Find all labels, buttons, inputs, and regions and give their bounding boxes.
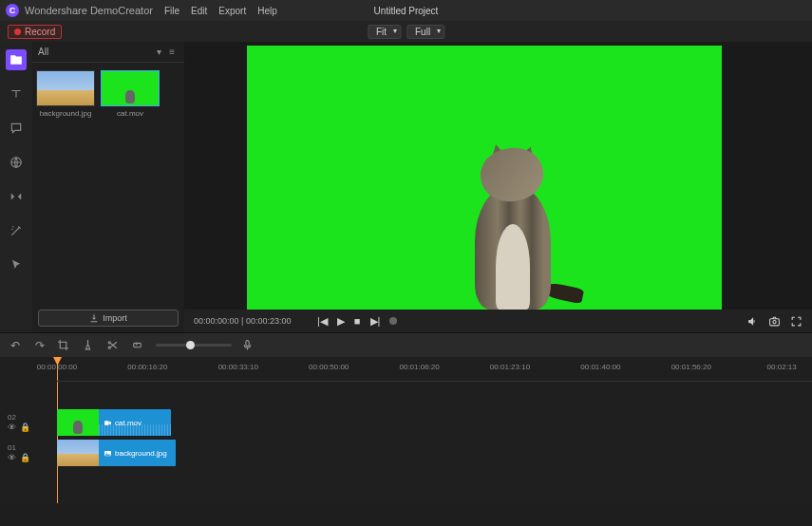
import-icon [89,313,99,323]
media-panel: All ▾ ≡ background.jpg cat.mov Import [32,42,184,332]
ruler-tick: 00:00:00:00 [37,363,77,371]
timecode: 00:00:00:00 | 00:00:23:00 [194,316,308,326]
project-title: Untitled Project [374,6,439,16]
menu-help[interactable]: Help [257,6,277,16]
ruler-tick: 00:00:33:10 [218,363,258,371]
mic-button[interactable] [241,339,256,351]
fullscreen-icon [790,315,803,328]
marker-button[interactable] [389,317,397,325]
media-menu-icon[interactable]: ≡ [165,47,179,57]
prev-frame-button[interactable]: |◀ [317,315,328,328]
record-label: Record [25,27,55,37]
camera-icon [768,315,781,328]
scissors-icon [106,339,119,351]
redo-button[interactable]: ↷ [32,339,47,352]
preview-panel: 00:00:00:00 | 00:00:23:00 |◀ ▶ ■ ▶| [184,42,812,332]
menu-edit[interactable]: Edit [191,6,207,16]
clip-cat-mov[interactable]: cat.mov [57,409,171,436]
gauge-icon [131,339,143,351]
media-item-background[interactable]: background.jpg [36,70,95,118]
sidebar-transitions[interactable] [6,186,27,207]
speech-bubble-icon [9,122,23,135]
zoom-knob[interactable] [186,341,195,349]
transport-bar: 00:00:00:00 | 00:00:23:00 |◀ ▶ ■ ▶| [184,310,812,332]
svg-rect-1 [770,318,780,325]
svg-rect-5 [134,343,142,347]
record-icon [14,28,21,35]
track-head: 01 👁🔒 [0,443,57,462]
timeline: 00:00:00:00 00:00:16:20 00:00:33:10 00:0… [0,357,812,503]
crop-icon [57,339,69,351]
snapshot-button[interactable] [768,315,781,328]
import-button[interactable]: Import [38,310,179,327]
eye-icon[interactable]: 👁 [8,453,16,462]
title-bar: C Wondershare DemoCreator File Edit Expo… [0,0,812,21]
sidebar-cursor[interactable] [6,254,27,275]
clip-background-jpg[interactable]: background.jpg [57,440,176,466]
menu-file[interactable]: File [164,6,179,16]
play-button[interactable]: ▶ [337,315,345,328]
image-icon [104,449,112,458]
clip-thumbnail-icon [57,440,99,466]
volume-icon [746,315,759,328]
ruler-tick: 00:01:23:10 [490,363,530,371]
media-item-label: cat.mov [117,109,143,118]
track-number: 01 [8,443,57,452]
media-tab-all[interactable]: All [38,47,48,57]
cat-subject [456,148,570,310]
ruler-tick: 00:02:13 [767,363,797,371]
marker-tool-button[interactable] [82,339,97,351]
text-icon [9,87,23,101]
ruler-tick: 00:01:40:00 [580,363,620,371]
media-sort-icon[interactable]: ▾ [153,47,165,57]
track-number: 02 [8,413,57,422]
ruler-tick: 00:01:56:20 [671,363,711,371]
svg-point-2 [773,320,776,323]
media-tabs: All ▾ ≡ [32,42,184,63]
lock-icon[interactable]: 🔒 [20,423,30,432]
ruler-tick: 00:01:06:20 [399,363,439,371]
svg-rect-6 [246,341,249,347]
media-item-label: background.jpg [40,109,92,118]
next-frame-button[interactable]: ▶| [370,315,381,328]
app-logo-icon: C [6,4,19,17]
undo-button[interactable]: ↶ [8,339,23,352]
left-sidebar [0,42,32,332]
full-dropdown[interactable]: Full [406,25,444,39]
wand-icon [9,224,23,237]
sidebar-annotation[interactable] [6,118,27,139]
timeline-toolbar: ↶ ↷ [0,332,812,357]
mic-icon [241,339,254,351]
menu-export[interactable]: Export [218,6,246,16]
sidebar-text[interactable] [6,84,27,104]
zoom-slider[interactable] [156,344,232,347]
timeline-ruler[interactable]: 00:00:00:00 00:00:16:20 00:00:33:10 00:0… [57,357,812,382]
lock-icon[interactable]: 🔒 [20,453,30,462]
stop-button[interactable]: ■ [354,315,361,327]
transition-icon [9,190,23,203]
media-item-cat[interactable]: cat.mov [101,70,160,118]
speed-button[interactable] [131,339,146,351]
canvas-wrap [184,42,812,310]
preview-canvas[interactable] [247,46,722,310]
split-button[interactable] [106,339,122,351]
sidebar-effects[interactable] [6,220,27,241]
globe-icon [9,156,23,169]
crop-button[interactable] [57,339,72,351]
fullscreen-button[interactable] [790,315,803,328]
svg-point-3 [108,342,110,344]
ruler-tick: 00:00:50:00 [309,363,349,371]
sidebar-stickers[interactable] [6,152,27,173]
main-area: All ▾ ≡ background.jpg cat.mov Import [0,42,812,332]
tracks-area: 02 👁🔒 cat.mov 01 👁🔒 ba [0,382,812,467]
fit-dropdown[interactable]: Fit [368,25,401,39]
app-name: Wondershare DemoCreator [25,5,153,16]
track-1: 01 👁🔒 background.jpg [0,439,812,467]
folder-icon [9,53,23,66]
svg-point-4 [108,347,110,348]
volume-button[interactable] [746,315,759,328]
eye-icon[interactable]: 👁 [8,423,16,432]
record-button[interactable]: Record [8,25,62,39]
thumbnail-icon [101,70,160,106]
sidebar-media[interactable] [6,49,27,70]
